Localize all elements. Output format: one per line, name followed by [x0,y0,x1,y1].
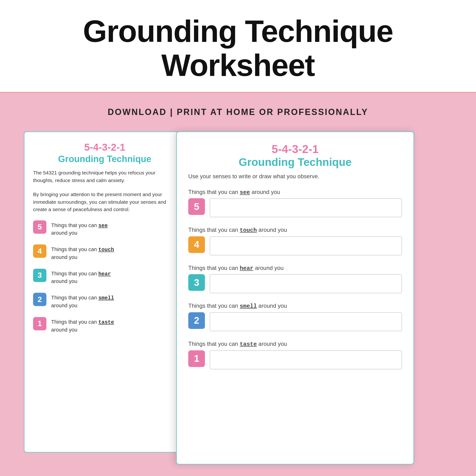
top-section: Grounding Technique Worksheet [0,0,476,93]
worksheets-container: 5-4-3-2-1 Grounding Technique The 54321 … [24,131,452,465]
badge-3: 3 [33,269,46,282]
input-box-1[interactable] [210,350,402,369]
sense-row-2: 2 [188,312,402,331]
sense-row-4: 4 [188,236,402,255]
sense-row-4-wrapper: Things that you can touch around you 4 [188,226,402,255]
worksheet-right: 5-4-3-2-1 Grounding Technique Use your s… [176,131,414,465]
pink-section: DOWNLOAD | PRINT AT HOME OR PROFESSIONAL… [0,93,476,476]
sense-label-2: Things that you can smell around you [188,302,402,310]
right-title-text: Grounding Technique [188,156,402,169]
left-title-text: Grounding Technique [33,154,176,164]
left-description2: By bringing your attention to the presen… [33,191,176,213]
input-box-5[interactable] [210,198,402,217]
number-badge-2: 2 [188,312,205,329]
item-text-1: Things that you can tastearound you [51,317,114,334]
input-area-4 [210,236,402,255]
right-instruction: Use your senses to write or draw what yo… [188,172,402,180]
sense-row-3: 3 [188,274,402,293]
left-item-1: 1 Things that you can tastearound you [33,317,176,334]
sense-row-5-wrapper: Things that you can see around you 5 [188,188,402,218]
sense-label-4: Things that you can touch around you [188,226,402,235]
sense-row-2-wrapper: Things that you can smell around you 2 [188,302,402,331]
input-box-2[interactable] [210,312,402,331]
worksheet-left: 5-4-3-2-1 Grounding Technique The 54321 … [24,131,186,453]
left-title-numbers: 5-4-3-2-1 [33,142,176,153]
number-badge-1: 1 [188,350,205,367]
subtitle: DOWNLOAD | PRINT AT HOME OR PROFESSIONAL… [108,107,368,117]
left-item-4: 4 Things that you can toucharound you [33,244,176,261]
sense-label-1: Things that you can taste around you [188,340,402,348]
badge-5: 5 [33,221,46,234]
left-item-2: 2 Things that you can smellaround you [33,293,176,309]
title-line1: Grounding Technique [10,14,466,48]
sense-row-1: 1 [188,350,402,369]
item-text-2: Things that you can smellaround you [51,293,114,309]
badge-1: 1 [33,317,46,330]
number-badge-3: 3 [188,274,205,291]
sense-row-3-wrapper: Things that you can hear around you 3 [188,264,402,293]
input-area-3 [210,274,402,293]
input-area-2 [210,312,402,331]
input-box-4[interactable] [210,236,402,255]
badge-4: 4 [33,244,46,258]
main-title: Grounding Technique Worksheet [10,14,466,82]
item-text-5: Things that you can seearound you [51,221,108,237]
title-line2: Worksheet [10,48,466,82]
item-text-3: Things that you can heararound you [51,269,111,285]
left-items: 5 Things that you can seearound you 4 Th… [33,221,176,334]
sense-label-5: Things that you can see around you [188,188,402,197]
left-item-3: 3 Things that you can heararound you [33,269,176,285]
number-badge-4: 4 [188,236,205,253]
number-badge-5: 5 [188,198,205,215]
sense-label-3: Things that you can hear around you [188,264,402,272]
left-description1: The 54321 grounding technique helps you … [33,169,176,184]
badge-2: 2 [33,293,46,306]
sense-row-1-wrapper: Things that you can taste around you 1 [188,340,402,369]
item-text-4: Things that you can toucharound you [51,244,114,261]
sense-row-5: 5 [188,198,402,217]
input-area-1 [210,350,402,369]
input-area-5 [210,198,402,217]
left-item-5: 5 Things that you can seearound you [33,221,176,237]
right-title-numbers: 5-4-3-2-1 [188,143,402,156]
input-box-3[interactable] [210,274,402,293]
